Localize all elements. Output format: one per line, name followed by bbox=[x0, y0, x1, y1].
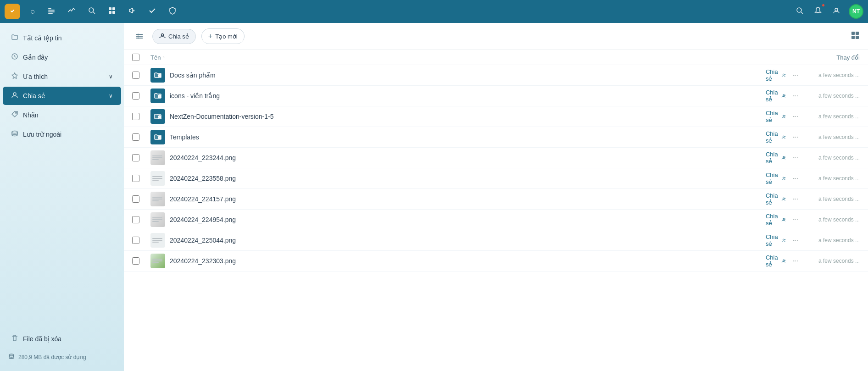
share-button[interactable]: Chia sẻ bbox=[766, 68, 786, 82]
row-checkbox[interactable] bbox=[132, 154, 139, 161]
shared-chevron-icon: ∨ bbox=[109, 93, 113, 99]
share-button[interactable]: Chia sẻ bbox=[766, 192, 786, 206]
share-button[interactable]: Chia sẻ bbox=[766, 89, 786, 103]
nav-shield-icon[interactable] bbox=[167, 5, 178, 19]
contacts-icon[interactable] bbox=[830, 5, 842, 19]
more-options-button[interactable]: ··· bbox=[790, 70, 801, 80]
table-row[interactable]: 20240224_224954.pngChia sẻ ···a few seco… bbox=[124, 210, 868, 230]
table-row[interactable]: 20240224_223558.pngChia sẻ ···a few seco… bbox=[124, 168, 868, 189]
file-name: 20240224_223558.png bbox=[170, 175, 236, 182]
bell-icon[interactable] bbox=[812, 5, 824, 19]
shared-folder-icon bbox=[150, 68, 165, 83]
nav-announce-icon[interactable] bbox=[126, 5, 138, 19]
share-label: Chia sẻ bbox=[766, 110, 780, 123]
shared-folder-icon bbox=[150, 130, 165, 144]
file-name: 20240224_225044.png bbox=[170, 237, 236, 244]
row-checkbox[interactable] bbox=[132, 72, 139, 79]
modified-time: a few seconds ... bbox=[805, 93, 860, 99]
more-options-button[interactable]: ··· bbox=[790, 153, 801, 163]
main-layout: Tất cả tệp tin Gần đây Ưa thích ∨ Chia s… bbox=[0, 23, 868, 371]
modified-time: a few seconds ... bbox=[805, 72, 860, 78]
search-icon[interactable] bbox=[794, 5, 806, 19]
row-checkbox[interactable] bbox=[132, 216, 139, 223]
name-column-header[interactable]: Tên ↑ bbox=[150, 54, 777, 61]
file-name: icons - viền trắng bbox=[170, 92, 220, 100]
share-label: Chia sẻ bbox=[766, 254, 780, 268]
nav-check-icon[interactable] bbox=[146, 5, 158, 19]
nav-files-icon[interactable] bbox=[45, 5, 57, 19]
row-checkbox[interactable] bbox=[132, 195, 139, 203]
sidebar-item-favorites[interactable]: Ưa thích ∨ bbox=[3, 67, 121, 86]
sidebar-label-all-files: Tất cả tệp tin bbox=[23, 34, 113, 42]
star-icon bbox=[11, 72, 18, 81]
share-button[interactable]: Chia sẻ bbox=[766, 151, 786, 165]
toggle-sidebar-button[interactable] bbox=[132, 30, 147, 43]
sidebar-item-trash[interactable]: File đã bị xóa bbox=[3, 330, 121, 348]
table-row[interactable]: icons - viền trắngChia sẻ ···a few secon… bbox=[124, 86, 868, 106]
more-options-button[interactable]: ··· bbox=[790, 235, 801, 245]
table-row[interactable]: 20240224_225044.pngChia sẻ ···a few seco… bbox=[124, 230, 868, 251]
share-label: Chia sẻ bbox=[766, 233, 780, 247]
share-button[interactable]: Chia sẻ bbox=[766, 213, 786, 227]
row-checkbox[interactable] bbox=[132, 133, 139, 141]
svg-rect-30 bbox=[856, 36, 859, 39]
svg-marker-17 bbox=[12, 73, 17, 78]
image-file-icon bbox=[150, 150, 165, 165]
svg-point-20 bbox=[12, 131, 17, 133]
svg-rect-8 bbox=[109, 11, 111, 14]
share-button[interactable]: Chia sẻ bbox=[766, 233, 786, 247]
share-button[interactable]: Chia sẻ bbox=[766, 130, 786, 144]
row-checkbox[interactable] bbox=[132, 175, 139, 182]
row-checkbox[interactable] bbox=[132, 257, 139, 265]
svg-point-26 bbox=[161, 33, 164, 36]
share-button[interactable]: Chia sẻ bbox=[766, 254, 786, 268]
table-header: Tên ↑ Thay đổi bbox=[124, 50, 868, 65]
sidebar-item-recent[interactable]: Gần đây bbox=[3, 48, 121, 66]
table-row[interactable]: TemplatesChia sẻ ···a few seconds ... bbox=[124, 127, 868, 148]
more-options-button[interactable]: ··· bbox=[790, 256, 801, 266]
more-options-button[interactable]: ··· bbox=[790, 132, 801, 142]
app-logo[interactable] bbox=[5, 4, 20, 19]
storage-icon bbox=[8, 353, 15, 361]
nav-apps-icon[interactable] bbox=[106, 5, 118, 19]
nav-search-icon[interactable] bbox=[86, 5, 98, 19]
modified-time: a few seconds ... bbox=[805, 175, 860, 182]
shared-button[interactable]: Chia sẻ bbox=[152, 29, 196, 44]
svg-line-5 bbox=[93, 12, 95, 14]
storage-label: 280,9 MB đã được sử dụng bbox=[18, 354, 86, 360]
sidebar-item-labels[interactable]: Nhãn bbox=[3, 106, 121, 124]
table-row[interactable]: NextZen-Documentation-version-1-5Chia sẻ… bbox=[124, 106, 868, 127]
grid-view-button[interactable] bbox=[851, 31, 860, 42]
sidebar-label-labels: Nhãn bbox=[23, 111, 113, 119]
more-options-button[interactable]: ··· bbox=[790, 215, 801, 225]
row-checkbox[interactable] bbox=[132, 113, 139, 120]
row-checkbox[interactable] bbox=[132, 92, 139, 100]
share-button[interactable]: Chia sẻ bbox=[766, 172, 786, 185]
create-new-button[interactable]: + Tạo mới bbox=[201, 28, 245, 44]
favorites-chevron-icon: ∨ bbox=[109, 73, 113, 80]
sidebar-item-shared[interactable]: Chia sẻ ∨ bbox=[3, 87, 121, 105]
row-checkbox[interactable] bbox=[132, 237, 139, 244]
user-avatar[interactable]: NT bbox=[849, 4, 863, 19]
table-row[interactable]: 20240224_223244.pngChia sẻ ···a few seco… bbox=[124, 148, 868, 168]
more-options-button[interactable]: ··· bbox=[790, 91, 801, 101]
nav-activity-icon[interactable] bbox=[66, 5, 78, 19]
svg-rect-7 bbox=[112, 7, 115, 10]
nav-circle-icon[interactable]: ○ bbox=[28, 5, 37, 18]
sidebar-label-external: Lưu trữ ngoài bbox=[23, 131, 113, 138]
share-button[interactable]: Chia sẻ bbox=[766, 110, 786, 123]
file-table: Tên ↑ Thay đổi Docs sản phẩmChia sẻ ···a… bbox=[124, 50, 868, 371]
table-row[interactable]: 20240224_232303.pngChia sẻ ···a few seco… bbox=[124, 251, 868, 271]
modified-time: a few seconds ... bbox=[805, 216, 860, 223]
sidebar-item-external[interactable]: Lưu trữ ngoài bbox=[3, 125, 121, 144]
more-options-button[interactable]: ··· bbox=[790, 173, 801, 183]
more-options-button[interactable]: ··· bbox=[790, 111, 801, 122]
table-row[interactable]: Docs sản phẩmChia sẻ ···a few seconds ..… bbox=[124, 65, 868, 86]
modified-time: a few seconds ... bbox=[805, 113, 860, 120]
select-all-checkbox[interactable] bbox=[132, 54, 139, 61]
sidebar-item-all-files[interactable]: Tất cả tệp tin bbox=[3, 29, 121, 47]
table-row[interactable]: 20240224_224157.pngChia sẻ ···a few seco… bbox=[124, 189, 868, 210]
svg-point-15 bbox=[835, 8, 838, 11]
more-options-button[interactable]: ··· bbox=[790, 194, 801, 204]
svg-line-12 bbox=[801, 12, 803, 14]
